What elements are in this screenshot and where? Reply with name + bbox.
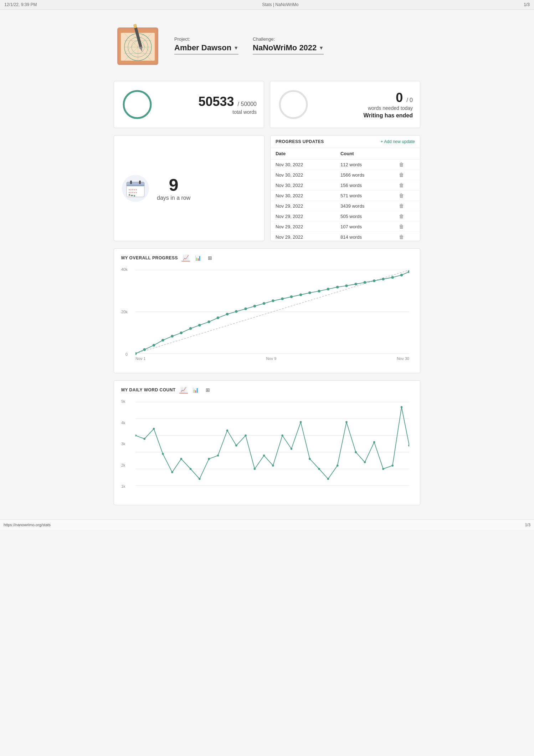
delete-icon[interactable]: 🗑 <box>399 213 404 219</box>
daily-chart-title: MY DAILY WORD COUNT <box>121 387 176 392</box>
svg-point-89 <box>291 448 293 450</box>
row-date: Nov 29, 2022 <box>271 211 335 222</box>
total-words-card: 50533 / 50000 total words <box>114 81 264 128</box>
row-delete[interactable]: 🗑 <box>394 222 420 232</box>
daily-y-3k: 3k <box>121 442 125 446</box>
x-label-nov9: Nov 9 <box>266 356 277 361</box>
total-words-number: 50533 / 50000 <box>160 94 257 109</box>
row-date: Nov 30, 2022 <box>271 191 335 201</box>
svg-point-63 <box>391 276 394 279</box>
row-count: 1566 words <box>335 170 394 180</box>
delete-icon[interactable]: 🗑 <box>399 182 404 188</box>
daily-bar-chart-icon[interactable]: 📊 <box>191 386 200 394</box>
row-delete[interactable]: 🗑 <box>394 232 420 241</box>
stats-row: 50533 / 50000 total words 0 / 0 words ne… <box>114 81 420 128</box>
svg-point-81 <box>217 455 219 457</box>
daily-line-chart-icon[interactable]: 📈 <box>179 386 188 394</box>
delete-icon[interactable]: 🗑 <box>399 203 404 209</box>
row-delete[interactable]: 🗑 <box>394 159 420 170</box>
svg-point-78 <box>190 468 192 470</box>
challenge-selector[interactable]: NaNoWriMo 2022 ▼ <box>253 43 324 55</box>
overall-line-chart-icon[interactable]: 📈 <box>181 254 190 262</box>
row-delete[interactable]: 🗑 <box>394 201 420 211</box>
page-content: Project: Amber Dawson ▼ Challenge: NaNoW… <box>107 10 427 519</box>
svg-point-87 <box>272 465 274 467</box>
svg-point-49 <box>263 302 265 305</box>
svg-point-19 <box>280 91 307 118</box>
overall-progress-header: MY OVERALL PROGRESS 📈 📊 ⊞ <box>121 254 413 262</box>
svg-point-59 <box>354 283 357 285</box>
delete-icon[interactable]: 🗑 <box>399 193 404 198</box>
total-words-label: total words <box>160 109 257 115</box>
svg-point-95 <box>345 421 348 423</box>
overall-progress-title: MY OVERALL PROGRESS <box>121 255 178 260</box>
today-words-text: 0 / 0 words needed today Writing has end… <box>317 90 413 119</box>
streak-number: 9 <box>157 175 190 195</box>
add-update-link[interactable]: + Add new update <box>381 139 415 144</box>
row-count: 3439 words <box>335 201 394 211</box>
browser-timestamp: 12/1/22, 9:39 PM <box>4 2 37 7</box>
row-date: Nov 30, 2022 <box>271 180 335 191</box>
row-date: Nov 29, 2022 <box>271 232 335 241</box>
col-action-header <box>394 148 420 159</box>
row-delete[interactable]: 🗑 <box>394 211 420 222</box>
daily-y-axis: 5k 4k 3k 2k 1k <box>121 399 128 488</box>
svg-point-31 <box>134 195 135 197</box>
svg-point-40 <box>180 331 183 334</box>
svg-point-48 <box>253 305 256 307</box>
project-selector[interactable]: Amber Dawson ▼ <box>174 43 238 55</box>
row-delete[interactable]: 🗑 <box>394 191 420 201</box>
svg-point-72 <box>135 435 137 437</box>
svg-point-55 <box>318 290 320 292</box>
svg-point-82 <box>226 430 229 432</box>
row-delete[interactable]: 🗑 <box>394 180 420 191</box>
delete-icon[interactable]: 🗑 <box>399 224 404 229</box>
col-date-header: Date <box>271 148 335 159</box>
svg-point-51 <box>281 298 283 300</box>
svg-point-62 <box>382 278 384 280</box>
row-delete[interactable]: 🗑 <box>394 170 420 180</box>
svg-point-52 <box>290 295 293 298</box>
svg-point-65 <box>408 270 409 273</box>
svg-point-35 <box>135 352 137 355</box>
x-label-nov30: Nov 30 <box>397 356 409 361</box>
svg-point-79 <box>199 478 201 480</box>
svg-point-75 <box>162 453 164 455</box>
overall-bar-chart-icon[interactable]: 📊 <box>194 254 202 262</box>
overall-grid-icon[interactable]: ⊞ <box>206 254 214 262</box>
today-words-number: 0 / 0 <box>317 90 413 105</box>
svg-text:✕✕✕✕✕: ✕✕✕✕✕ <box>128 189 137 191</box>
bottom-bar: https://nanowrimo.org/stats 1/3 <box>0 519 534 530</box>
streak-card: ✕✕✕✕✕ ✕✕✕✕✕ ✕✕✕✕ 9 days in a row <box>114 135 265 241</box>
daily-y-1k: 1k <box>121 484 125 488</box>
delete-icon[interactable]: 🗑 <box>399 172 404 178</box>
svg-point-38 <box>161 339 164 341</box>
row-count: 814 words <box>335 232 394 241</box>
svg-point-46 <box>235 310 237 313</box>
svg-point-101 <box>401 406 403 408</box>
x-label-nov1: Nov 1 <box>135 356 146 361</box>
updates-table-scroll[interactable]: Date Count Nov 30, 2022 112 words 🗑 Nov … <box>271 148 420 241</box>
daily-grid-icon[interactable]: ⊞ <box>204 386 212 394</box>
table-row: Nov 30, 2022 112 words 🗑 <box>271 159 420 170</box>
svg-point-96 <box>355 451 357 453</box>
daily-y-2k: 2k <box>121 463 125 467</box>
col-count-header: Count <box>335 148 394 159</box>
delete-icon[interactable]: 🗑 <box>399 234 404 240</box>
table-row: Nov 30, 2022 1566 words 🗑 <box>271 170 420 180</box>
calendar-icon: ✕✕✕✕✕ ✕✕✕✕✕ ✕✕✕✕ <box>121 174 150 203</box>
browser-bar: 12/1/22, 9:39 PM Stats | NaNoWriMo 1/3 <box>0 0 534 10</box>
svg-point-84 <box>245 435 247 437</box>
svg-point-98 <box>373 441 375 443</box>
svg-point-43 <box>207 320 210 323</box>
svg-point-74 <box>153 428 155 430</box>
challenge-dropdown-arrow[interactable]: ▼ <box>319 45 324 51</box>
delete-icon[interactable]: 🗑 <box>399 162 404 167</box>
challenge-label: Challenge: <box>253 36 324 42</box>
project-dropdown-arrow[interactable]: ▼ <box>233 45 238 51</box>
project-field-group: Project: Amber Dawson ▼ <box>174 36 238 55</box>
row-count: 156 words <box>335 180 394 191</box>
svg-point-39 <box>171 335 173 338</box>
streak-text: 9 days in a row <box>157 175 190 201</box>
progress-updates-header: PROGRESS UPDATES + Add new update <box>271 136 420 148</box>
